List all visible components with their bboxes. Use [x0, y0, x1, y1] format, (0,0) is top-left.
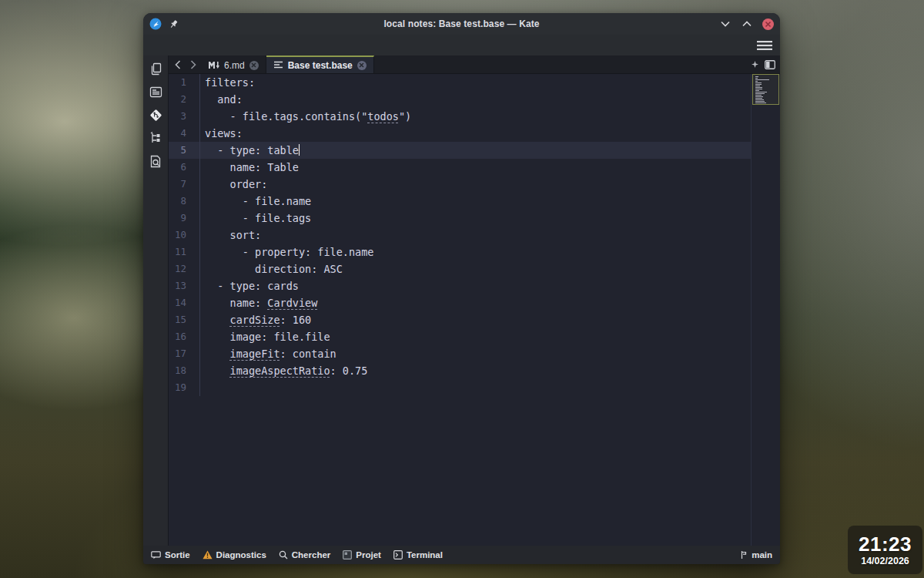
search-in-files-icon[interactable]: [148, 153, 163, 169]
code-line[interactable]: 16 image: file.file: [169, 328, 751, 345]
code-text: - type: table: [200, 142, 300, 159]
statusbar-label: Terminal: [407, 550, 443, 560]
code-line[interactable]: 15 cardSize: 160: [169, 311, 751, 328]
line-number[interactable]: 9: [169, 210, 200, 227]
code-line[interactable]: 11 - property: file.name: [169, 244, 751, 260]
tab-close-icon[interactable]: [357, 61, 367, 70]
desktop-clock-widget[interactable]: 21:23 14/02/2026: [848, 526, 922, 574]
code-line[interactable]: 17 imageFit: contain: [169, 345, 751, 362]
list-panel-icon[interactable]: [148, 84, 163, 99]
code-line[interactable]: 7 order:: [169, 176, 751, 193]
code-line[interactable]: 14 name: Cardview: [169, 294, 751, 311]
code-text: and:: [200, 91, 243, 108]
toolbar: [143, 35, 780, 55]
split-view-icon[interactable]: [765, 60, 775, 69]
shade-window-icon[interactable]: [719, 18, 732, 30]
history-forward-icon[interactable]: [187, 59, 199, 71]
tab-close-icon[interactable]: [249, 61, 259, 70]
documents-icon[interactable]: [148, 61, 163, 76]
code-line[interactable]: 18 imageAspectRatio: 0.75: [169, 362, 751, 379]
code-text: name: Cardview: [200, 294, 317, 311]
statusbar-item-terminal[interactable]: Terminal: [393, 550, 443, 560]
code-text: cardSize: 160: [200, 311, 311, 328]
line-number[interactable]: 2: [169, 91, 200, 108]
line-number[interactable]: 7: [169, 176, 200, 193]
code-line[interactable]: 4views:: [169, 125, 751, 142]
code-line[interactable]: 3 - file.tags.contains("todos"): [169, 108, 751, 125]
quick-open-icon[interactable]: [752, 61, 758, 68]
minimap-scrollbar[interactable]: [751, 74, 780, 546]
statusbar-item-project[interactable]: Projet: [343, 550, 381, 560]
hamburger-menu-icon[interactable]: [757, 41, 772, 50]
titlebar[interactable]: local notes: Base test.base — Kate: [143, 13, 780, 35]
code-line[interactable]: 6 name: Table: [169, 159, 751, 176]
code-line[interactable]: 2 and:: [169, 91, 751, 108]
file-lines-icon: [273, 61, 283, 69]
clock-time: 21:23: [859, 533, 912, 555]
statusbar-git-branch[interactable]: main: [740, 550, 772, 560]
line-number[interactable]: 1: [169, 74, 200, 91]
code-line[interactable]: 9 - file.tags: [169, 210, 751, 227]
tree-view-icon[interactable]: [148, 130, 163, 146]
statusbar-item-search[interactable]: Chercher: [279, 550, 331, 560]
statusbar-label: Projet: [356, 550, 381, 560]
terminal-icon: [393, 550, 403, 560]
line-number[interactable]: 16: [169, 328, 200, 345]
code-text: - type: cards: [200, 277, 299, 294]
code-text: imageAspectRatio: 0.75: [200, 362, 367, 379]
code-text: [200, 379, 205, 396]
code-text: - file.tags.contains("todos"): [200, 108, 411, 125]
code-text: - file.tags: [200, 210, 311, 227]
statusbar-label: Chercher: [292, 550, 331, 560]
tab-6md[interactable]: 6.md: [201, 55, 266, 73]
project-icon: [343, 550, 352, 560]
tab-base-test[interactable]: Base test.base: [266, 55, 374, 73]
output-icon: [151, 551, 161, 560]
line-number[interactable]: 11: [169, 244, 200, 260]
line-number[interactable]: 6: [169, 159, 200, 176]
line-number[interactable]: 3: [169, 108, 200, 125]
code-text: sort:: [200, 227, 261, 244]
line-number[interactable]: 4: [169, 125, 200, 142]
markdown-icon: [208, 61, 219, 69]
statusbar-item-diagnostics[interactable]: Diagnostics: [203, 550, 266, 560]
code-line[interactable]: 13 - type: cards: [169, 277, 751, 294]
git-icon[interactable]: [148, 107, 163, 123]
editor: 1filters:2 and:3 - file.tags.contains("t…: [169, 74, 780, 546]
code-text: image: file.file: [200, 328, 330, 345]
maximize-window-icon[interactable]: [741, 18, 753, 30]
line-number[interactable]: 19: [169, 379, 200, 396]
code-text: views:: [200, 125, 243, 142]
code-area[interactable]: 1filters:2 and:3 - file.tags.contains("t…: [169, 74, 751, 546]
line-number[interactable]: 14: [169, 294, 200, 311]
line-number[interactable]: 8: [169, 193, 200, 210]
code-text: name: Table: [200, 159, 299, 176]
text-cursor: [299, 144, 300, 156]
minimap-viewport[interactable]: [752, 74, 779, 105]
line-number[interactable]: 15: [169, 311, 200, 328]
code-text: imageFit: contain: [200, 345, 336, 362]
line-number[interactable]: 5: [169, 142, 200, 159]
code-line[interactable]: 8 - file.name: [169, 193, 751, 210]
pin-icon[interactable]: [169, 19, 179, 29]
code-line[interactable]: 5 - type: table: [169, 142, 751, 159]
code-line[interactable]: 12 direction: ASC: [169, 260, 751, 277]
code-line[interactable]: 10 sort:: [169, 227, 751, 244]
code-line[interactable]: 1filters:: [169, 74, 751, 91]
line-number[interactable]: 13: [169, 277, 200, 294]
line-number[interactable]: 17: [169, 345, 200, 362]
line-number[interactable]: 12: [169, 260, 200, 277]
code-text: - file.name: [200, 193, 311, 210]
statusbar-label: Diagnostics: [216, 550, 266, 560]
history-back-icon[interactable]: [172, 59, 184, 71]
line-number[interactable]: 10: [169, 227, 200, 244]
code-line[interactable]: 19: [169, 379, 751, 396]
statusbar-item-output[interactable]: Sortie: [151, 550, 190, 560]
window-title: local notes: Base test.base — Kate: [143, 18, 780, 29]
kate-logo-icon: [149, 18, 162, 30]
close-window-icon[interactable]: [762, 18, 774, 30]
code-text: filters:: [200, 74, 255, 91]
tab-label: 6.md: [224, 60, 245, 71]
line-number[interactable]: 18: [169, 362, 200, 379]
code-text: order:: [200, 176, 267, 193]
